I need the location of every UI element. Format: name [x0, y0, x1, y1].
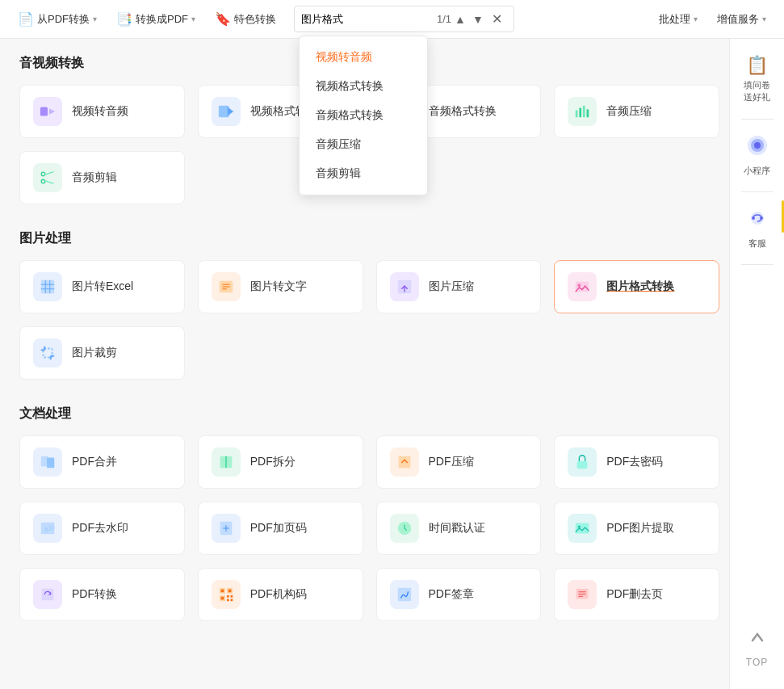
right-sidebar: 📋 填问卷送好礼 小程序 客服 TOP	[729, 39, 784, 689]
section-doc-title: 文档处理	[19, 405, 719, 422]
svg-line-12	[44, 172, 53, 175]
item-img-to-text[interactable]: 图片转文字	[198, 260, 363, 313]
svg-marker-3	[228, 107, 233, 116]
img-crop-icon	[33, 338, 62, 368]
item-img-compress[interactable]: 图片压缩	[376, 260, 542, 313]
service-icon	[746, 207, 769, 234]
search-bar: 1/1 ▲ ▼ ✕	[294, 6, 514, 32]
sidebar-divider-1	[741, 119, 774, 120]
search-close-btn[interactable]: ✕	[487, 10, 507, 28]
item-pdf-watermark[interactable]: 水印 PDF去水印	[19, 502, 185, 555]
toolbar-from-pdf[interactable]: 📄 从PDF转换 ▾	[10, 6, 105, 32]
section-doc-process: 文档处理 PDF合并 PDF拆分 PDF压缩	[19, 405, 719, 621]
svg-point-11	[41, 179, 45, 183]
svg-rect-0	[40, 107, 48, 116]
sidebar-service[interactable]: 客服	[733, 199, 782, 258]
search-prev-btn[interactable]: ▲	[451, 11, 469, 27]
dropdown-menu: 视频转音频 视频格式转换 音频格式转换 音频压缩 音频剪辑	[299, 36, 428, 195]
item-img-crop[interactable]: 图片裁剪	[19, 326, 185, 380]
svg-rect-57	[397, 588, 411, 602]
video-format-icon	[212, 97, 241, 126]
toolbar-special[interactable]: 🔖 特色转换	[207, 6, 284, 32]
to-pdf-icon: 📑	[116, 11, 132, 27]
svg-rect-44	[576, 523, 589, 534]
sidebar-top[interactable]: TOP	[733, 618, 782, 676]
svg-point-45	[578, 526, 581, 528]
item-pdf-compress[interactable]: PDF压缩	[376, 435, 542, 489]
svg-point-66	[752, 216, 755, 220]
svg-rect-9	[587, 109, 589, 117]
pdf-print-icon	[568, 580, 597, 609]
item-img-format[interactable]: 图片格式转换	[554, 260, 719, 313]
svg-rect-7	[580, 107, 582, 117]
img-text-icon	[212, 272, 241, 301]
item-pdf-sign[interactable]: PDF签章	[376, 568, 542, 621]
image-grid: 图片转Excel 图片转文字 图片压缩 图片格式转换	[19, 260, 719, 380]
dropdown-audio-cut[interactable]: 音频剪辑	[300, 159, 427, 188]
miniapp-icon	[746, 134, 769, 162]
item-audio-compress[interactable]: 音频压缩	[554, 85, 719, 138]
pdf-sign-icon	[390, 580, 419, 609]
top-arrow-icon	[746, 626, 769, 653]
sidebar-divider-3	[741, 264, 774, 265]
toolbar-to-pdf[interactable]: 📑 转换成PDF ▾	[108, 6, 203, 32]
special-icon: 🔖	[215, 11, 231, 27]
pdf-merge-icon	[33, 447, 62, 477]
item-timestamp[interactable]: 时间戳认证	[376, 502, 542, 555]
item-audio-cut[interactable]: 音频剪辑	[19, 151, 185, 204]
audio-compress-icon	[568, 97, 597, 126]
pdf-img-icon	[568, 514, 597, 543]
pdf-qr-icon	[212, 580, 241, 609]
svg-point-10	[41, 172, 45, 176]
section-image-process: 图片处理 图片转Excel 图片转文字 图片压缩	[19, 230, 719, 380]
audio-cut-icon	[33, 163, 62, 192]
svg-rect-56	[230, 599, 233, 602]
item-pdf-rotate[interactable]: PDF转换	[19, 568, 185, 621]
item-pdf-split[interactable]: PDF拆分	[198, 435, 363, 489]
img-excel-icon	[33, 272, 62, 301]
main-toolbar: 📄 从PDF转换 ▾ 📑 转换成PDF ▾ 🔖 特色转换 1/1 ▲ ▼ ✕ 批…	[0, 0, 784, 39]
svg-rect-61	[579, 596, 584, 597]
svg-rect-37	[577, 461, 588, 468]
sidebar-divider-2	[741, 191, 774, 192]
dropdown-audio-format[interactable]: 音频格式转换	[300, 101, 427, 130]
dropdown-audio-compress[interactable]: 音频压缩	[300, 130, 427, 159]
pdf-watermark-icon: 水印	[33, 514, 62, 543]
item-img-to-excel[interactable]: 图片转Excel	[19, 260, 185, 313]
pdf-addpage-icon	[212, 514, 241, 543]
pdf-rotate-icon	[33, 580, 62, 609]
search-next-btn[interactable]: ▼	[469, 11, 487, 27]
svg-rect-52	[220, 597, 224, 600]
toolbar-batch[interactable]: 批处理 ▾	[651, 7, 706, 32]
pdf-password-icon	[568, 447, 597, 477]
svg-rect-55	[227, 599, 229, 602]
timestamp-icon	[390, 514, 419, 543]
dropdown-video-to-audio[interactable]: 视频转音频	[300, 43, 427, 72]
item-pdf-qr[interactable]: PDF机构码	[198, 568, 363, 621]
video-to-audio-icon	[33, 97, 62, 126]
img-format-icon	[568, 272, 597, 301]
chevron-to-pdf: ▾	[191, 15, 195, 23]
dropdown-video-format[interactable]: 视频格式转换	[300, 72, 427, 101]
item-pdf-img[interactable]: PDF图片提取	[554, 502, 719, 555]
item-pdf-password[interactable]: PDF去密码	[554, 435, 719, 489]
svg-rect-8	[583, 106, 585, 118]
svg-line-13	[44, 181, 53, 184]
item-pdf-merge[interactable]: PDF合并	[19, 435, 185, 489]
svg-rect-2	[219, 106, 229, 118]
sidebar-miniapp[interactable]: 小程序	[733, 126, 782, 185]
search-input[interactable]	[301, 13, 437, 25]
svg-marker-1	[49, 108, 55, 114]
item-pdf-print[interactable]: PDF删去页	[554, 568, 719, 621]
svg-rect-46	[42, 589, 54, 601]
toolbar-vip[interactable]: 增值服务 ▾	[709, 7, 774, 32]
pdf-compress-icon	[390, 447, 419, 477]
svg-rect-36	[398, 456, 410, 468]
chevron-vip: ▾	[762, 15, 766, 23]
item-video-to-audio[interactable]: 视频转音频	[19, 85, 185, 138]
pdf-split-icon	[212, 447, 241, 477]
chevron-from-pdf: ▾	[93, 15, 97, 23]
sidebar-questionnaire[interactable]: 📋 填问卷送好礼	[733, 47, 782, 112]
item-pdf-addpage[interactable]: PDF加页码	[198, 502, 363, 555]
from-pdf-icon: 📄	[18, 11, 34, 27]
